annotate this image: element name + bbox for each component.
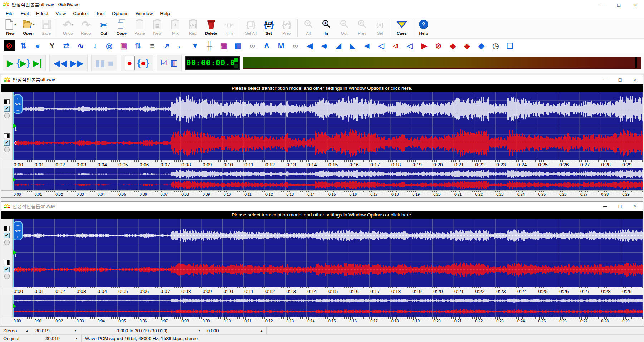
- volume-updown-icon[interactable]: ⇅: [18, 40, 29, 51]
- menu-effect[interactable]: Effect: [33, 11, 52, 16]
- prev-button[interactable]: ↶Prev: [353, 19, 371, 35]
- channel-solo-radio[interactable]: [4, 274, 10, 279]
- maximize-button[interactable]: □: [610, 0, 627, 9]
- channel-solo-radio[interactable]: [4, 147, 10, 152]
- pause-button[interactable]: ▮▮: [95, 56, 105, 70]
- diamond-inset-icon[interactable]: ◈: [462, 40, 473, 51]
- delete-button[interactable]: Delete: [202, 19, 220, 35]
- document-close-button[interactable]: ×: [628, 204, 643, 209]
- menu-tool[interactable]: Tool: [92, 11, 108, 16]
- insert-down-icon[interactable]: ↓: [89, 40, 101, 51]
- help-button[interactable]: ?Help: [415, 19, 433, 35]
- trim-button[interactable]: ×{ }×Trim: [220, 19, 238, 35]
- spectrum-screen-icon[interactable]: ▦: [218, 40, 229, 51]
- undo-button[interactable]: ↶▾Undo: [59, 19, 77, 35]
- status-spinner-arrow-icon[interactable]: ▼: [72, 337, 78, 340]
- save-button[interactable]: Save: [37, 19, 55, 35]
- bars-filter-icon[interactable]: ▥: [233, 40, 244, 51]
- menu-help[interactable]: Help: [156, 11, 174, 16]
- clock-icon[interactable]: ◷: [490, 40, 501, 51]
- status-cell[interactable]: 0.000 to 30.019 (30.019)▼: [80, 327, 204, 334]
- spikes-pair-icon[interactable]: M: [275, 40, 287, 51]
- new-button[interactable]: ▾New: [1, 19, 19, 35]
- status-cell[interactable]: 30.019▼: [32, 327, 80, 334]
- stop-button[interactable]: ■: [108, 56, 113, 70]
- speaker-small-icon[interactable]: ◁: [404, 40, 415, 51]
- document-titlebar[interactable]: 안정적인볼륨on.wav─□×: [1, 202, 643, 211]
- channel-enable-checkbox[interactable]: ✓: [4, 267, 10, 272]
- status-spinner-arrow-icon[interactable]: ▲: [257, 329, 263, 332]
- rewind-button[interactable]: ◀◀: [53, 56, 67, 70]
- transcription-banner[interactable]: Please select transcription model and ot…: [1, 211, 643, 219]
- paste-button[interactable]: Paste: [131, 19, 148, 35]
- doppler-wave-icon[interactable]: ∿: [75, 40, 86, 51]
- overview-waveform[interactable]: [13, 168, 643, 190]
- waveform-display[interactable]: ↔∿∿↔1010: [13, 92, 643, 160]
- fade-corner-icon[interactable]: ◣: [347, 40, 358, 51]
- redo-button[interactable]: ↷Redo: [77, 19, 95, 35]
- copy-button[interactable]: Copy: [113, 19, 131, 35]
- open-button[interactable]: ▾Open: [19, 19, 37, 35]
- channel-solo-radio[interactable]: [4, 240, 10, 245]
- document-titlebar[interactable]: 안정적인볼륨off.wav─□×: [1, 75, 643, 84]
- waveform-display[interactable]: ↔∿∿↔1010: [13, 219, 643, 287]
- spike-noise-icon[interactable]: Λ: [261, 40, 272, 51]
- repl-button[interactable]: {×}Repl: [184, 19, 202, 35]
- redirect-arrow-icon[interactable]: ↗: [161, 40, 172, 51]
- marker-left-icon[interactable]: ◀|: [361, 40, 372, 51]
- channel-enable-checkbox[interactable]: ✓: [4, 140, 10, 146]
- record-selection-button[interactable]: {●}: [137, 56, 149, 70]
- menu-view[interactable]: View: [52, 11, 69, 16]
- monitor-button[interactable]: ☑: [161, 56, 168, 70]
- shield-down-icon[interactable]: ▼: [190, 40, 201, 51]
- record-button[interactable]: ●: [125, 56, 135, 70]
- status-cell[interactable]: 0.000▲: [204, 327, 267, 334]
- mechanize-icon[interactable]: ◎: [104, 40, 115, 51]
- set-button[interactable]: {123•••}Set: [260, 19, 278, 35]
- transcription-banner[interactable]: Please select transcription model and ot…: [1, 84, 643, 92]
- level-meter[interactable]: [243, 57, 641, 69]
- preset-list-icon[interactable]: ≡: [147, 40, 158, 51]
- filter-sliders-icon[interactable]: ╫: [204, 40, 215, 51]
- sel-button[interactable]: {⌕}Sel: [371, 19, 389, 35]
- disable-edit-icon[interactable]: ⊘: [4, 40, 15, 51]
- selection-handle[interactable]: ↔∿∿↔: [13, 94, 23, 114]
- menu-control[interactable]: Control: [69, 11, 92, 16]
- exchange-arrows-icon[interactable]: ⇄: [61, 40, 72, 51]
- channel-solo-radio[interactable]: [4, 113, 10, 118]
- mute-speech-icon[interactable]: ⊘: [433, 40, 444, 51]
- overview-strip[interactable]: [1, 295, 643, 317]
- back-arrow-icon[interactable]: ←: [175, 40, 186, 51]
- diamond-red-icon[interactable]: ◆: [447, 40, 458, 51]
- shuffle-updown-icon[interactable]: ⇅: [132, 40, 143, 51]
- diamond-lines-icon[interactable]: ◆: [476, 40, 487, 51]
- new-button[interactable]: ▤New: [148, 19, 166, 35]
- play-all-button[interactable]: ▶|: [33, 56, 42, 70]
- dropdown-arrow-icon[interactable]: ▾: [33, 23, 34, 26]
- pen-arrow-icon[interactable]: ▶: [419, 40, 430, 51]
- dropdown-arrow-icon[interactable]: ▾: [14, 23, 16, 26]
- in-button[interactable]: +In: [317, 19, 335, 35]
- volume-ramp-icon[interactable]: ◢: [333, 40, 344, 51]
- document-maximize-button[interactable]: □: [613, 77, 628, 83]
- status-spinner-arrow-icon[interactable]: ▲: [22, 329, 29, 332]
- document-maximize-button[interactable]: □: [613, 204, 628, 209]
- link-right-icon[interactable]: ∞: [290, 40, 301, 51]
- selection-handle[interactable]: ↔∿∿↔: [13, 221, 23, 240]
- menu-window[interactable]: Window: [132, 11, 156, 16]
- status-spinner-arrow-icon[interactable]: ▼: [194, 329, 201, 332]
- fast-forward-button[interactable]: ▶▶: [70, 56, 84, 70]
- control-properties-button[interactable]: ▦: [171, 56, 178, 70]
- speaker-left-icon[interactable]: ◀: [304, 40, 315, 51]
- menu-edit[interactable]: Edit: [17, 11, 33, 16]
- dropdown-arrow-icon[interactable]: ▾: [72, 23, 73, 26]
- sel-all-button[interactable]: {}Sel All: [242, 19, 260, 35]
- speaker-warning-icon[interactable]: ◁!: [390, 40, 401, 51]
- menu-file[interactable]: File: [2, 11, 17, 16]
- link-left-icon[interactable]: ∞: [247, 40, 258, 51]
- sphere-effect-icon[interactable]: ●: [32, 40, 43, 51]
- minimize-button[interactable]: ─: [594, 0, 610, 9]
- all-button[interactable]: ×All: [299, 19, 317, 35]
- overview-strip[interactable]: [1, 168, 643, 190]
- channel-enable-checkbox[interactable]: ✓: [4, 106, 10, 112]
